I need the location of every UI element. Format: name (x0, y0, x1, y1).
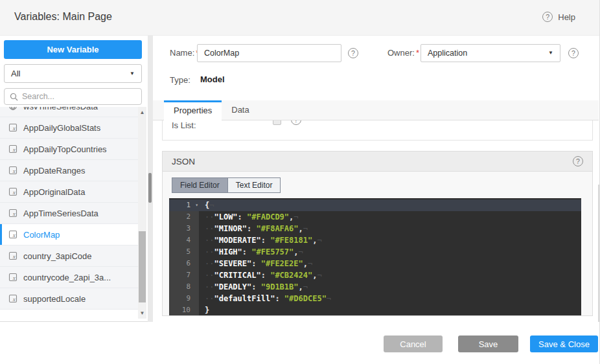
tab-strip: PropertiesData (153, 100, 599, 120)
owner-label: Owner:* (387, 44, 419, 62)
globe-icon (8, 107, 17, 111)
variable-icon: x (8, 144, 17, 154)
sidebar-item-label: wsvTimeSeriesData (23, 107, 98, 111)
variable-icon: x (8, 251, 17, 260)
svg-text:x: x (12, 211, 16, 217)
dialog-body: New Variable All ▼ wsvTimeSeriesDataxApp… (0, 36, 600, 322)
sidebar-item-label: AppDateRanges (23, 166, 85, 176)
variable-icon: x (8, 166, 17, 175)
variable-icon: x (8, 209, 17, 218)
json-help-icon[interactable]: ? (573, 156, 583, 166)
scroll-up-icon[interactable]: ▲ (138, 109, 146, 115)
code-line: 8··"DEADLY": "9D1B1B",¬ (169, 281, 581, 293)
code-line: 9··"defaultFill": "#D6DCE5"¬ (169, 293, 581, 304)
svg-text:x: x (12, 190, 16, 196)
json-section: JSON ? Field EditorText Editor 1▾{¬2··"L… (162, 151, 593, 316)
dialog-header: Variables: Main Page ? Help (0, 0, 600, 36)
json-code-editor[interactable]: 1▾{¬2··"LOW": "#FADCD9",¬3··"MINOR": "#F… (169, 198, 581, 315)
code-line: 1▾{¬ (169, 199, 581, 211)
field-editor-button[interactable]: Field Editor (172, 178, 227, 192)
sidebar-item-label: countrycode_2api_3a... (23, 273, 111, 282)
is-list-panel: Is List: ? (162, 120, 593, 141)
page-title: Variables: Main Page (14, 11, 112, 23)
variables-dialog: Variables: Main Page ? Help New Variable… (0, 0, 600, 364)
variable-icon: x (8, 187, 17, 196)
svg-text:x: x (12, 147, 16, 153)
save-close-button[interactable]: Save & Close (530, 336, 598, 352)
sidebar-item-AppDateRanges[interactable]: xAppDateRanges (0, 160, 138, 181)
sidebar-item-label: AppDailyTopCountries (23, 144, 107, 154)
search-icon (10, 93, 18, 101)
sidebar-item-countrycode_2api_3a[interactable]: xcountrycode_2api_3a... (0, 267, 138, 288)
svg-text:x: x (12, 275, 16, 281)
variable-icon: x (8, 294, 17, 303)
code-line: 6··"SEVERE": "#FE2E2E",¬ (169, 258, 581, 269)
json-title: JSON (172, 157, 195, 166)
sidebar-item-label: AppTimeSeriesData (23, 209, 98, 218)
help-label: Help (558, 12, 575, 22)
name-label: Name:* (170, 44, 199, 62)
required-marker: * (416, 48, 419, 58)
sidebar-item-AppDailyGlobalStats[interactable]: xAppDailyGlobalStats (0, 117, 138, 139)
sidebar-item-wsvTimeSeriesData[interactable]: wsvTimeSeriesData (0, 107, 138, 117)
variable-icon: x (8, 123, 17, 132)
json-section-header: JSON ? (163, 152, 592, 172)
new-variable-button[interactable]: New Variable (4, 40, 142, 59)
code-line: 5··"HIGH": "#FE5757",¬ (169, 246, 581, 258)
sidebar-item-label: country_3apiCode (23, 251, 92, 261)
sidebar-item-supportedLocale[interactable]: xsupportedLocale (0, 288, 138, 310)
search-input[interactable] (22, 92, 126, 101)
sidebar-item-label: AppOriginalData (23, 187, 85, 197)
sidebar-item-label: ColorMap (23, 230, 60, 240)
owner-help-icon[interactable]: ? (568, 48, 579, 58)
search-box[interactable] (4, 88, 142, 105)
type-label: Type: (170, 75, 190, 85)
svg-text:x: x (12, 254, 16, 260)
name-help-icon[interactable]: ? (348, 48, 358, 58)
variable-list: wsvTimeSeriesDataxAppDailyGlobalStatsxAp… (0, 107, 138, 319)
text-editor-button[interactable]: Text Editor (227, 178, 281, 192)
owner-value: Application (428, 49, 467, 58)
sidebar-list-scrollbar[interactable]: ▲ ▼ (138, 107, 146, 319)
owner-dropdown[interactable]: Application ▼ (421, 44, 560, 62)
is-list-help-icon[interactable]: ? (291, 120, 301, 125)
page-scrollbar-thumb[interactable] (148, 173, 152, 203)
tab-properties[interactable]: Properties (164, 100, 222, 120)
code-line: 2··"LOW": "#FADCD9",¬ (169, 211, 581, 223)
sidebar-item-AppOriginalData[interactable]: xAppOriginalData (0, 181, 138, 203)
variable-icon: x (8, 273, 17, 282)
chevron-down-icon: ▼ (130, 65, 135, 82)
scroll-down-icon[interactable]: ▼ (138, 310, 146, 316)
svg-text:x: x (12, 168, 16, 174)
sidebar-scrollbar-thumb[interactable] (139, 231, 146, 302)
name-field[interactable] (197, 44, 341, 62)
is-list-label: Is List: (172, 120, 196, 130)
filter-value: All (11, 69, 20, 78)
sidebar: New Variable All ▼ wsvTimeSeriesDataxApp… (0, 36, 148, 322)
editor-mode-toggle: Field EditorText Editor (172, 177, 281, 193)
save-button[interactable]: Save (458, 336, 518, 352)
code-line: 7··"CRITICAL": "#CB2424",¬ (169, 269, 581, 281)
variable-icon: x (8, 230, 17, 239)
code-line: 4··"MODERATE": "#FE8181",¬ (169, 234, 581, 246)
svg-text:x: x (12, 297, 16, 302)
code-line: 10} (169, 304, 581, 315)
chevron-down-icon: ▼ (548, 45, 553, 62)
svg-text:x: x (12, 233, 16, 238)
type-value: Model (200, 74, 225, 84)
main-panel: Name:* ? Owner:* Application ▼ ? Type: M… (153, 36, 600, 322)
is-list-checkbox[interactable] (273, 120, 281, 125)
dialog-footer: CancelSaveSave & Close (0, 322, 600, 364)
code-line: 3··"MINOR": "#F8AFA6",¬ (169, 223, 581, 234)
sidebar-item-AppTimeSeriesData[interactable]: xAppTimeSeriesData (0, 203, 138, 224)
help-button[interactable]: ? Help (542, 12, 575, 22)
sidebar-item-AppDailyTopCountries[interactable]: xAppDailyTopCountries (0, 139, 138, 160)
tab-data[interactable]: Data (222, 100, 259, 120)
sidebar-item-ColorMap[interactable]: xColorMap (0, 224, 138, 245)
help-icon: ? (542, 12, 553, 22)
sidebar-item-country_3apiCode[interactable]: xcountry_3apiCode (0, 245, 138, 267)
cancel-button[interactable]: Cancel (384, 336, 443, 352)
sidebar-item-label: supportedLocale (23, 294, 86, 304)
page-scrollbar[interactable] (148, 36, 153, 322)
filter-dropdown[interactable]: All ▼ (4, 64, 142, 83)
